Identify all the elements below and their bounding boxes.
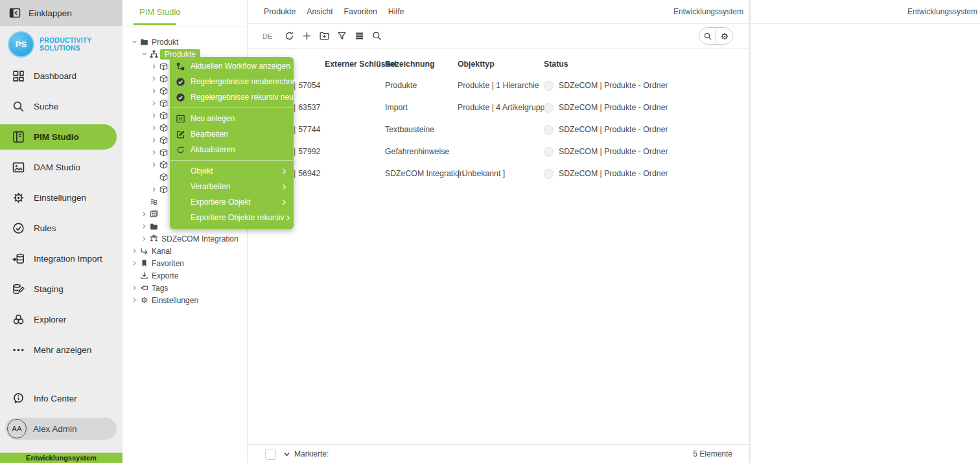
column-header-objekttyp[interactable]: Objekttyp	[458, 58, 495, 70]
sidebar-item-info-center[interactable]: Info Center	[0, 385, 122, 411]
tree-node-favoriten[interactable]: Favoriten	[122, 257, 247, 269]
chevron-right-icon[interactable]	[132, 248, 137, 254]
sidebar-item-label: DAM Studio	[34, 163, 80, 172]
toolbar-button-search[interactable]	[368, 28, 386, 45]
sidebar-item-dam-studio[interactable]: DAM Studio	[0, 152, 122, 183]
hierarchy-icon	[150, 50, 158, 58]
sidebar-item-mehr-anzeigen[interactable]: Mehr anzeigen	[0, 335, 122, 365]
table-row[interactable]: |63537ImportProdukte | 4 ArtikelgruppeSD…	[248, 102, 749, 113]
chevron-right-icon[interactable]	[151, 125, 157, 131]
cell-separator: |	[294, 103, 296, 112]
chevron-right-icon[interactable]	[151, 137, 157, 143]
sidebar-item-staging[interactable]: Staging	[0, 274, 122, 304]
cube-icon	[159, 99, 168, 107]
sidebar-info-section: Info Center	[0, 385, 122, 411]
user-name: Alex Admin	[33, 424, 77, 434]
chevron-right-icon[interactable]	[151, 186, 157, 192]
collapse-sidebar-button[interactable]: Einklappen	[0, 0, 122, 26]
table-row[interactable]: |56942SDZeCOM Integration[ Unbekannt ]SD…	[248, 168, 749, 179]
tree-node-exporte[interactable]: Exporte	[122, 269, 247, 282]
sidebar-item-label: Staging	[34, 284, 64, 294]
chevron-right-icon[interactable]	[141, 236, 147, 242]
menu-item-label: Aktuellen Workflow anzeigen	[191, 62, 290, 71]
menu-item-neu-anlegen[interactable]: Neu anlegen	[170, 111, 294, 126]
chevron-right-icon[interactable]	[151, 113, 157, 119]
tree-node-tags[interactable]: Tags	[122, 282, 247, 294]
toolbar-button-list[interactable]	[351, 28, 368, 45]
menu-item-objekt[interactable]: Objekt	[170, 163, 294, 179]
menu-divider	[170, 160, 293, 161]
chevron-down-icon[interactable]	[141, 51, 147, 57]
chevron-right-icon[interactable]	[151, 162, 157, 168]
toolbar-button-folder-plus[interactable]	[316, 28, 333, 45]
toolbar-button-plus[interactable]	[298, 28, 316, 45]
toolbar-button-filter[interactable]	[333, 28, 351, 45]
language-selector[interactable]: DE	[262, 32, 272, 40]
sidebar-item-pim-studio[interactable]: PIM Studio	[0, 122, 122, 152]
chevron-right-icon[interactable]	[151, 150, 157, 155]
menu-item-exportiere-objekte-rekursiv[interactable]: Exportiere Objekte rekursiv	[170, 210, 294, 225]
status-dot	[544, 169, 554, 179]
sidebar-item-suche[interactable]: Suche	[0, 91, 122, 122]
sidebar-item-integration-import[interactable]: Integration Import	[0, 243, 122, 274]
layers-icon	[150, 198, 158, 206]
cube-icon	[159, 173, 168, 181]
cell-status: SDZeCOM | Produkte - Ordner	[544, 146, 668, 157]
toolbar-button-refresh[interactable]	[281, 28, 298, 45]
logo[interactable]: PS PRODUCTIVITYSOLUTIONS	[8, 31, 92, 58]
chevron-right-icon[interactable]	[132, 297, 137, 303]
menubar-item-favoriten[interactable]: Favoriten	[344, 7, 377, 16]
cell-bezeichnung: Produkte	[385, 80, 417, 91]
chevron-right-icon[interactable]	[132, 285, 137, 291]
menu-item-regelergebnisse-neuberechnen[interactable]: Regelergebnisse neuberechnen	[170, 74, 294, 89]
column-header-status[interactable]: Status	[544, 58, 568, 70]
toolbar-button-search[interactable]	[699, 28, 716, 44]
menu-item-verarbeiten[interactable]: Verarbeiten	[170, 179, 294, 194]
main-toolbar: DE	[248, 24, 749, 49]
sidebar-item-explorer[interactable]: Explorer	[0, 304, 122, 335]
tree-node-kanal[interactable]: Kanal	[122, 245, 247, 257]
chevron-right-icon[interactable]	[141, 211, 147, 217]
menu-item-regelergebnisse-rekursiv-neu[interactable]: Regelergebnisse rekursiv neu...	[170, 89, 294, 105]
table-footer: Markierte: 5 Elemente	[248, 444, 749, 463]
chevron-down-icon[interactable]	[283, 451, 290, 458]
sidebar-item-dashboard[interactable]: Dashboard	[0, 61, 122, 91]
tree-node-produkt[interactable]: Produkt	[122, 36, 247, 48]
table-row[interactable]: |57744TextbausteineSDZeCOM | Produkte - …	[248, 124, 749, 135]
cell-bezeichnung: Gefahrenhinweise	[385, 146, 449, 157]
menubar-item-ansicht[interactable]: Ansicht	[307, 7, 332, 16]
sidebar-item-rules[interactable]: Rules	[0, 213, 122, 243]
sidebar-item-label: Info Center	[34, 394, 77, 403]
tab-pim-studio[interactable]: PIM Studio	[139, 7, 181, 17]
toolbar-button-settings[interactable]	[716, 28, 732, 44]
chevron-right-icon[interactable]	[151, 100, 157, 106]
sidebar-item-label: Explorer	[34, 315, 66, 324]
table-row[interactable]: |57054ProdukteProdukte | 1 HierarchieSDZ…	[248, 80, 749, 91]
menu-item-aktualisieren[interactable]: Aktualisieren	[170, 142, 294, 157]
chevron-right-icon[interactable]	[151, 88, 157, 94]
chevron-right-icon[interactable]	[151, 76, 157, 82]
chevron-right-icon[interactable]	[151, 63, 157, 69]
chevron-down-icon[interactable]	[132, 39, 137, 45]
user-menu[interactable]: AA Alex Admin	[5, 418, 117, 440]
menu-item-aktuellen-workflow-anzeigen[interactable]: Aktuellen Workflow anzeigen	[170, 58, 294, 74]
menubar-item-produkte[interactable]: Produkte	[264, 7, 296, 16]
clamp-icon	[150, 234, 158, 243]
chevron-right-icon[interactable]	[141, 223, 147, 229]
chevron-right-icon[interactable]	[132, 260, 137, 266]
chevron-right-icon	[281, 168, 288, 175]
menu-item-bearbeiten[interactable]: Bearbeiten	[170, 126, 294, 142]
menu-item-label: Exportiere Objekt	[191, 198, 251, 207]
tree-node-einstellungen[interactable]: Einstellungen	[122, 294, 247, 306]
cell-separator: |	[294, 125, 296, 134]
menubar-item-hilfe[interactable]: Hilfe	[388, 7, 404, 16]
column-header-bezeichnung[interactable]: Bezeichnung	[385, 58, 435, 70]
cell-key: |56942	[294, 168, 320, 179]
table-row[interactable]: |57992GefahrenhinweiseSDZeCOM | Produkte…	[248, 146, 749, 157]
tree-node-sdzecom-integration[interactable]: SDZeCOM Integration	[122, 232, 247, 245]
select-all-checkbox[interactable]	[265, 449, 276, 460]
check-filled-icon	[176, 93, 185, 102]
status-text: SDZeCOM | Produkte - Ordner	[559, 81, 668, 90]
menu-item-exportiere-objekt[interactable]: Exportiere Objekt	[170, 194, 294, 210]
sidebar-item-einstellungen[interactable]: Einstellungen	[0, 183, 122, 213]
